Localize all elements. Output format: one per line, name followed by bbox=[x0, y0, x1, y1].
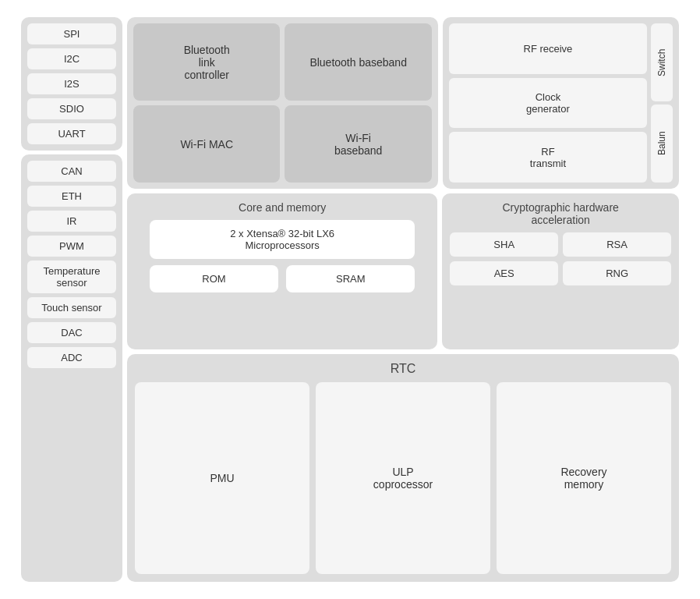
rf-side: Switch Balun bbox=[651, 23, 673, 183]
sha-box: SHA bbox=[450, 232, 558, 257]
rf-transmit-box: RF transmit bbox=[449, 132, 647, 183]
rtc-boxes: PMU ULP coprocessor Recovery memory bbox=[135, 382, 671, 574]
sdio-label: SDIO bbox=[27, 98, 116, 119]
crypto-section: Cryptographic hardware acceleration SHA … bbox=[442, 193, 679, 349]
wireless-section: Bluetooth link controller Wi-Fi MAC Blue… bbox=[127, 17, 438, 189]
rng-box: RNG bbox=[563, 261, 671, 285]
bottom-row: RTC PMU ULP coprocessor Recovery memory bbox=[127, 354, 679, 582]
core-title: Core and memory bbox=[239, 201, 326, 214]
rtc-title: RTC bbox=[135, 362, 671, 376]
wifi-mac-box: Wi-Fi MAC bbox=[133, 105, 280, 183]
bt-controller-box: Bluetooth link controller bbox=[133, 23, 280, 101]
aes-box: AES bbox=[450, 261, 558, 285]
can-label: CAN bbox=[27, 161, 116, 182]
crypto-grid: SHA RSA AES RNG bbox=[450, 232, 671, 285]
right-area: Bluetooth link controller Wi-Fi MAC Blue… bbox=[127, 17, 679, 582]
rsa-box: RSA bbox=[563, 232, 671, 257]
pmu-box: PMU bbox=[135, 382, 309, 574]
touch-sensor-label: Touch sensor bbox=[27, 297, 116, 318]
balun-box: Balun bbox=[651, 105, 673, 183]
rf-receive-box: RF receive bbox=[449, 23, 647, 74]
processor-box: 2 x Xtensa® 32-bit LX6 Microprocessors bbox=[150, 220, 415, 259]
ulp-box: ULP coprocessor bbox=[316, 382, 490, 574]
eth-label: ETH bbox=[27, 186, 116, 207]
rom-box: ROM bbox=[150, 265, 278, 292]
core-section: Core and memory 2 x Xtensa® 32-bit LX6 M… bbox=[127, 193, 437, 349]
i2c-label: I2C bbox=[27, 48, 116, 69]
top-row: Bluetooth link controller Wi-Fi MAC Blue… bbox=[127, 17, 679, 189]
bt-baseband-box: Bluetooth baseband bbox=[285, 23, 431, 101]
group-interfaces-1: SPI I2C I2S SDIO UART bbox=[21, 17, 122, 151]
wifi-baseband-box: Wi-Fi baseband bbox=[285, 105, 431, 183]
core-bottom: ROM SRAM bbox=[150, 265, 415, 292]
rf-main: RF receive Clock generator RF transmit bbox=[449, 23, 647, 183]
recovery-box: Recovery memory bbox=[497, 382, 671, 574]
spi-label: SPI bbox=[27, 23, 116, 44]
dac-label: DAC bbox=[27, 322, 116, 343]
mid-row: Core and memory 2 x Xtensa® 32-bit LX6 M… bbox=[127, 193, 679, 349]
rtc-section: RTC PMU ULP coprocessor Recovery memory bbox=[127, 354, 679, 582]
crypto-title: Cryptographic hardware acceleration bbox=[450, 201, 671, 226]
switch-box: Switch bbox=[651, 23, 673, 101]
uart-label: UART bbox=[27, 123, 116, 144]
sram-box: SRAM bbox=[286, 265, 415, 292]
ir-label: IR bbox=[27, 211, 116, 232]
i2s-label: I2S bbox=[27, 73, 116, 94]
temp-sensor-label: Temperature sensor bbox=[27, 261, 116, 293]
clock-gen-box: Clock generator bbox=[449, 78, 647, 129]
group-interfaces-2: CAN ETH IR PWM Temperature sensor Touch … bbox=[21, 154, 122, 582]
diagram: SPI I2C I2S SDIO UART CAN ETH IR PWM Tem… bbox=[15, 11, 685, 588]
pwm-label: PWM bbox=[27, 236, 116, 257]
rf-section: RF receive Clock generator RF transmit S… bbox=[443, 17, 679, 189]
left-column: SPI I2C I2S SDIO UART CAN ETH IR PWM Tem… bbox=[21, 17, 122, 582]
adc-label: ADC bbox=[27, 347, 116, 368]
